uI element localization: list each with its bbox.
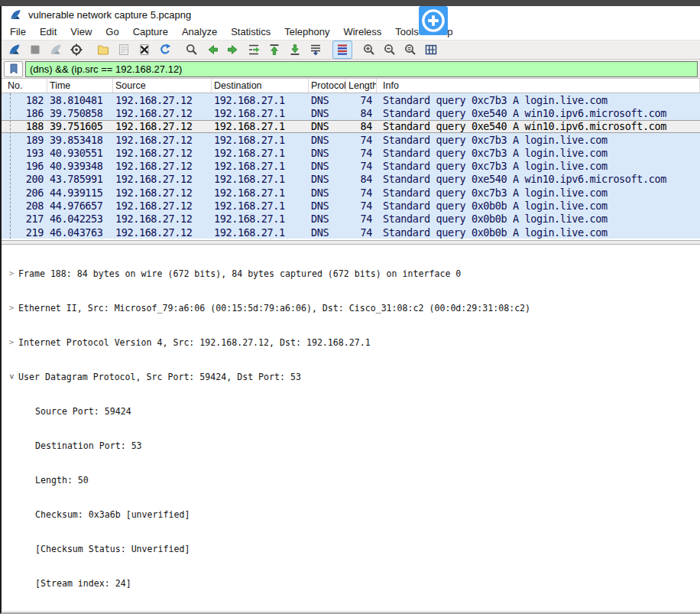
zoom-reset-button[interactable] bbox=[400, 41, 420, 59]
chevron-right-icon[interactable]: > bbox=[6, 304, 17, 312]
detail-udp-checksum-status[interactable]: [Checksum Status: Unverified] bbox=[2, 542, 700, 555]
packet-row-208[interactable]: 20844.976657192.168.27.12192.168.27.1DNS… bbox=[2, 199, 700, 212]
go-forward-button[interactable] bbox=[223, 41, 243, 59]
bookmark-icon bbox=[9, 63, 18, 74]
filter-bookmark-button[interactable] bbox=[4, 61, 23, 77]
column-header-time[interactable]: Time bbox=[47, 79, 113, 93]
save-file-button[interactable] bbox=[114, 41, 134, 59]
close-x-icon bbox=[138, 43, 151, 57]
start-capture-button[interactable] bbox=[5, 41, 24, 59]
menu-analyze[interactable]: Analyze bbox=[175, 24, 224, 39]
packet-row-196[interactable]: 19640.939348192.168.27.12192.168.27.1DNS… bbox=[2, 159, 700, 172]
shark-fin-icon bbox=[8, 43, 21, 57]
detail-udp-dst-port[interactable]: Destination Port: 53 bbox=[2, 439, 700, 452]
chevron-down-icon[interactable]: > bbox=[8, 372, 16, 382]
folder-icon bbox=[96, 43, 110, 57]
packet-row-186[interactable]: 18639.750858192.168.27.12192.168.27.1DNS… bbox=[2, 106, 700, 119]
restart-capture-button[interactable] bbox=[46, 41, 66, 59]
packet-row-206[interactable]: 20644.939115192.168.27.12192.168.27.1DNS… bbox=[2, 186, 700, 199]
gear-icon bbox=[70, 43, 83, 57]
arrow-left-icon bbox=[206, 43, 219, 57]
display-filter-text: (dns) && (ip.src == 192.168.27.12) bbox=[30, 63, 182, 75]
zoom-out-icon bbox=[383, 43, 397, 57]
plus-circle-icon bbox=[419, 6, 448, 35]
go-to-packet-button[interactable] bbox=[244, 41, 264, 59]
chevron-down-icon[interactable]: > bbox=[8, 612, 16, 613]
detail-udp-stream-index[interactable]: [Stream index: 24] bbox=[2, 577, 700, 590]
menu-capture[interactable]: Capture bbox=[126, 24, 175, 39]
resize-columns-icon bbox=[424, 43, 438, 57]
colorize-packets-button[interactable] bbox=[332, 41, 352, 59]
go-to-bottom-button[interactable] bbox=[285, 41, 305, 59]
auto-scroll-button[interactable] bbox=[306, 41, 326, 59]
column-header-protocol[interactable]: Protocol bbox=[309, 79, 346, 93]
main-toolbar bbox=[2, 40, 700, 60]
toolbar-separator bbox=[87, 41, 92, 58]
packet-list: No. Time Source Destination Protocol Len… bbox=[2, 79, 700, 240]
detail-dns[interactable]: >Domain Name System (query) bbox=[2, 611, 700, 612]
column-header-info[interactable]: Info bbox=[377, 79, 700, 93]
detail-ip[interactable]: >Internet Protocol Version 4, Src: 192.1… bbox=[2, 336, 700, 349]
packet-rows: 18238.810481192.168.27.12192.168.27.1DNS… bbox=[2, 93, 700, 239]
packet-row-193[interactable]: 19340.930551192.168.27.12192.168.27.1DNS… bbox=[2, 146, 700, 159]
reload-file-button[interactable] bbox=[155, 41, 175, 59]
resize-columns-button[interactable] bbox=[421, 41, 441, 59]
menu-wireless[interactable]: Wireless bbox=[336, 24, 388, 39]
menu-statistics[interactable]: Statistics bbox=[224, 24, 277, 39]
chevron-right-icon[interactable]: > bbox=[6, 269, 17, 278]
title-bar: vulnerable network capture 5.pcapng bbox=[2, 6, 700, 24]
detail-udp-checksum[interactable]: Checksum: 0x3a6b [unverified] bbox=[2, 508, 700, 521]
colorize-stripes-icon bbox=[335, 43, 349, 57]
stop-capture-button[interactable] bbox=[25, 41, 45, 59]
arrow-up-icon bbox=[267, 43, 281, 57]
column-header-no[interactable]: No. bbox=[2, 79, 47, 93]
detail-udp[interactable]: >User Datagram Protocol, Src Port: 59424… bbox=[2, 370, 700, 383]
arrow-right-icon bbox=[226, 43, 240, 57]
wireshark-window: vulnerable network capture 5.pcapng File… bbox=[0, 6, 700, 614]
toolbar-separator bbox=[326, 41, 332, 58]
save-file-icon bbox=[117, 43, 131, 57]
detail-ethernet[interactable]: >Ethernet II, Src: Microsof_79:a6:06 (00… bbox=[2, 301, 700, 314]
zoom-in-button[interactable] bbox=[359, 41, 379, 59]
window-title: vulnerable network capture 5.pcapng bbox=[28, 9, 191, 21]
chevron-right-icon[interactable]: > bbox=[6, 338, 17, 346]
menu-go[interactable]: Go bbox=[99, 24, 125, 39]
packet-row-182[interactable]: 18238.810481192.168.27.12192.168.27.1DNS… bbox=[2, 93, 700, 106]
column-header-length[interactable]: Length bbox=[346, 79, 377, 93]
go-to-packet-icon bbox=[247, 43, 261, 57]
packet-row-200[interactable]: 20043.785991192.168.27.12192.168.27.1DNS… bbox=[2, 173, 700, 186]
detail-udp-length[interactable]: Length: 50 bbox=[2, 473, 700, 486]
packet-row-219[interactable]: 21946.043763192.168.27.12192.168.27.1DNS… bbox=[2, 226, 700, 239]
packet-row-188-selected[interactable]: 18839.751605192.168.27.12192.168.27.1DNS… bbox=[2, 120, 700, 133]
packet-row-217[interactable]: 21746.042253192.168.27.12192.168.27.1DNS… bbox=[2, 213, 700, 226]
menu-edit[interactable]: Edit bbox=[33, 24, 63, 39]
go-to-top-button[interactable] bbox=[264, 41, 284, 59]
menu-bar: File Edit View Go Capture Analyze Statis… bbox=[2, 24, 700, 40]
column-header-source[interactable]: Source bbox=[113, 79, 212, 93]
column-header-destination[interactable]: Destination bbox=[212, 79, 309, 93]
filter-bar: (dns) && (ip.src == 192.168.27.12) bbox=[2, 60, 700, 79]
capture-options-button[interactable] bbox=[66, 41, 86, 59]
packet-details-pane: >Frame 188: 84 bytes on wire (672 bits),… bbox=[2, 245, 700, 612]
display-filter-input[interactable]: (dns) && (ip.src == 192.168.27.12) bbox=[25, 61, 698, 77]
go-back-button[interactable] bbox=[203, 41, 222, 59]
zoom-in-icon bbox=[362, 43, 376, 57]
search-icon bbox=[185, 43, 199, 57]
floating-add-button[interactable] bbox=[419, 6, 448, 35]
detail-frame[interactable]: >Frame 188: 84 bytes on wire (672 bits),… bbox=[2, 267, 700, 280]
close-file-button[interactable] bbox=[134, 41, 154, 59]
stop-square-icon bbox=[28, 43, 42, 57]
find-packet-button[interactable] bbox=[182, 41, 202, 59]
detail-udp-src-port[interactable]: Source Port: 59424 bbox=[2, 404, 700, 417]
screen-top-strip bbox=[0, 0, 700, 6]
arrow-down-icon bbox=[288, 43, 302, 57]
zoom-out-button[interactable] bbox=[380, 41, 400, 59]
wireshark-fin-icon bbox=[9, 8, 22, 21]
menu-file[interactable]: File bbox=[3, 24, 33, 39]
menu-view[interactable]: View bbox=[63, 24, 99, 39]
packet-row-189[interactable]: 18939.853418192.168.27.12192.168.27.1DNS… bbox=[2, 133, 700, 146]
menu-telephony[interactable]: Telephony bbox=[277, 24, 336, 39]
open-file-button[interactable] bbox=[93, 41, 113, 59]
zoom-reset-icon bbox=[403, 43, 417, 57]
packet-list-header: No. Time Source Destination Protocol Len… bbox=[2, 79, 700, 93]
